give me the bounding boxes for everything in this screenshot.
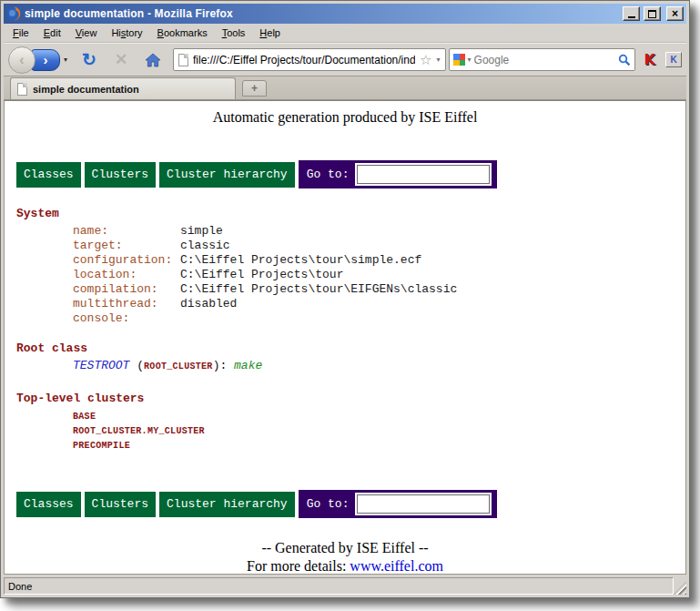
system-heading: System bbox=[16, 207, 685, 220]
cluster-item-precompile[interactable]: PRECOMPILE bbox=[73, 439, 685, 453]
cluster-item-root-cluster-my-cluster[interactable]: ROOT_CLUSTER.MY_CLUSTER bbox=[73, 424, 685, 439]
top-level-clusters-heading: Top-level clusters bbox=[16, 392, 685, 405]
tab-page-icon bbox=[17, 83, 27, 96]
status-bar: Done bbox=[4, 575, 686, 595]
system-rows: name:simple target:classic configuration… bbox=[73, 224, 685, 326]
google-icon bbox=[453, 54, 465, 66]
doc-nav-bottom: Classes Clusters Cluster hierarchy Go to… bbox=[16, 490, 674, 518]
search-input[interactable] bbox=[474, 54, 615, 66]
search-engine-dropdown-icon[interactable]: ▾ bbox=[468, 56, 472, 64]
urlbar-dropdown-icon[interactable]: ▾ bbox=[437, 56, 441, 64]
back-button[interactable]: ‹ bbox=[8, 46, 36, 74]
search-box[interactable]: ▾ bbox=[449, 48, 635, 71]
firefox-icon bbox=[6, 6, 21, 21]
close-button[interactable]: × bbox=[666, 6, 684, 21]
system-row-target: target:classic bbox=[73, 239, 685, 253]
goto-block-bottom: Go to: bbox=[299, 490, 498, 518]
system-row-name: name:simple bbox=[73, 224, 685, 239]
maximize-button[interactable] bbox=[644, 6, 661, 21]
classes-button[interactable]: Classes bbox=[16, 162, 81, 188]
classes-button-bottom[interactable]: Classes bbox=[16, 492, 81, 517]
cluster-hierarchy-button-bottom[interactable]: Cluster hierarchy bbox=[159, 492, 295, 517]
resize-grip[interactable] bbox=[674, 582, 686, 595]
firefox-window: simple documentation - Mozilla Firefox ×… bbox=[0, 0, 690, 598]
doc-header: Automatic generation produced by ISE Eif… bbox=[5, 109, 685, 126]
k-toolbar-button[interactable]: K bbox=[665, 52, 682, 67]
root-feature-link[interactable]: make bbox=[234, 359, 262, 372]
menu-edit[interactable]: Edit bbox=[36, 25, 68, 41]
clusters-button-bottom[interactable]: Clusters bbox=[85, 492, 156, 517]
url-input[interactable] bbox=[193, 54, 415, 66]
home-icon bbox=[145, 53, 161, 67]
system-row-configuration: configuration:C:\Eiffel Projects\tour\si… bbox=[73, 253, 685, 268]
menu-bar: File Edit View History Bookmarks Tools H… bbox=[4, 24, 686, 43]
goto-block: Go to: bbox=[299, 160, 498, 188]
eiffel-com-link[interactable]: www.eiffel.com bbox=[350, 558, 443, 574]
kaspersky-icon[interactable]: K bbox=[644, 51, 655, 68]
root-cluster-ref[interactable]: ROOT_CLUSTER bbox=[144, 362, 213, 372]
tab-label: simple documentation bbox=[33, 84, 139, 95]
generated-by-line: -- Generated by ISE Eiffel -- bbox=[5, 539, 685, 557]
menu-tools[interactable]: Tools bbox=[215, 25, 253, 41]
status-text: Done bbox=[4, 577, 674, 595]
menu-file[interactable]: File bbox=[5, 25, 36, 41]
page-content: Automatic generation produced by ISE Eif… bbox=[4, 100, 686, 575]
cluster-item-base[interactable]: BASE bbox=[73, 410, 685, 424]
system-row-location: location:C:\Eiffel Projects\tour bbox=[73, 268, 685, 282]
menu-bookmarks[interactable]: Bookmarks bbox=[150, 25, 215, 41]
menu-help[interactable]: Help bbox=[252, 25, 288, 41]
root-class-link[interactable]: TESTROOT bbox=[73, 359, 129, 372]
title-bar: simple documentation - Mozilla Firefox × bbox=[4, 4, 686, 24]
more-details-line: For more details: www.eiffel.com bbox=[5, 557, 685, 575]
system-row-compilation: compilation:C:\Eiffel Projects\tour\EIFG… bbox=[73, 282, 685, 297]
history-dropdown-icon[interactable]: ▾ bbox=[64, 56, 67, 64]
stop-button[interactable]: ✕ bbox=[109, 50, 133, 69]
doc-nav-top: Classes Clusters Cluster hierarchy Go to… bbox=[16, 160, 674, 188]
root-class-line: TESTROOT (ROOT_CLUSTER): make bbox=[73, 359, 685, 372]
goto-input-bottom[interactable] bbox=[357, 494, 490, 514]
system-row-console: console: bbox=[73, 311, 685, 326]
home-button[interactable] bbox=[141, 53, 165, 67]
tab-bar: simple documentation + bbox=[4, 76, 686, 100]
goto-input-top[interactable] bbox=[357, 165, 490, 184]
menu-view[interactable]: View bbox=[68, 25, 105, 41]
goto-label-bottom: Go to: bbox=[307, 497, 350, 511]
cluster-hierarchy-button[interactable]: Cluster hierarchy bbox=[159, 162, 295, 188]
doc-footer: -- Generated by ISE Eiffel -- For more d… bbox=[5, 539, 685, 575]
minimize-button[interactable] bbox=[623, 6, 640, 21]
goto-label: Go to: bbox=[307, 168, 350, 181]
menu-history[interactable]: History bbox=[104, 25, 149, 41]
page-icon bbox=[178, 54, 188, 66]
cluster-list: BASE ROOT_CLUSTER.MY_CLUSTER PRECOMPILE bbox=[73, 410, 685, 453]
search-magnifier-icon[interactable] bbox=[618, 54, 631, 66]
root-class-heading: Root class bbox=[16, 341, 685, 355]
bookmark-star-icon[interactable]: ☆ bbox=[420, 54, 431, 66]
address-bar[interactable]: ☆ ▾ bbox=[173, 48, 446, 71]
navigation-toolbar: ‹ › ▾ ↻ ✕ ☆ ▾ ▾ K K bbox=[4, 43, 686, 76]
system-row-multithread: multithread:disabled bbox=[73, 297, 685, 311]
tab-simple-documentation[interactable]: simple documentation bbox=[10, 77, 236, 99]
clusters-button[interactable]: Clusters bbox=[85, 162, 156, 188]
reload-button[interactable]: ↻ bbox=[77, 49, 101, 70]
new-tab-button[interactable]: + bbox=[242, 80, 267, 97]
window-title: simple documentation - Mozilla Firefox bbox=[25, 7, 619, 20]
